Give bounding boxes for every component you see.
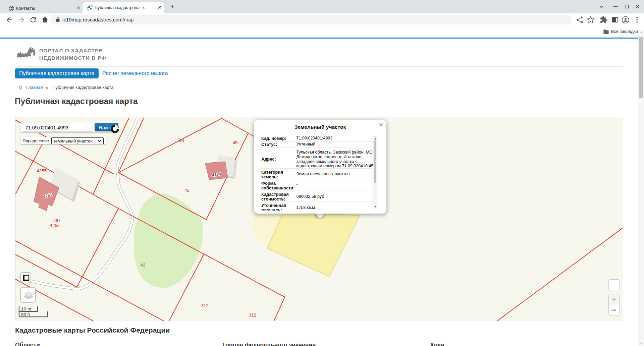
svg-text:4184: 4184 [211,172,221,178]
svg-text:312: 312 [201,303,209,308]
svg-text:4255: 4255 [37,168,47,173]
svg-text:297: 297 [53,218,61,223]
svg-text:45: 45 [184,188,189,193]
svg-text:50 ft: 50 ft [21,312,30,317]
svg-text:10 m: 10 m [21,306,31,311]
svg-text:43: 43 [141,263,145,268]
svg-text:45: 45 [233,140,237,145]
svg-text:45: 45 [179,138,184,143]
svg-text:4255: 4255 [50,223,60,228]
svg-text:312: 312 [249,312,256,318]
